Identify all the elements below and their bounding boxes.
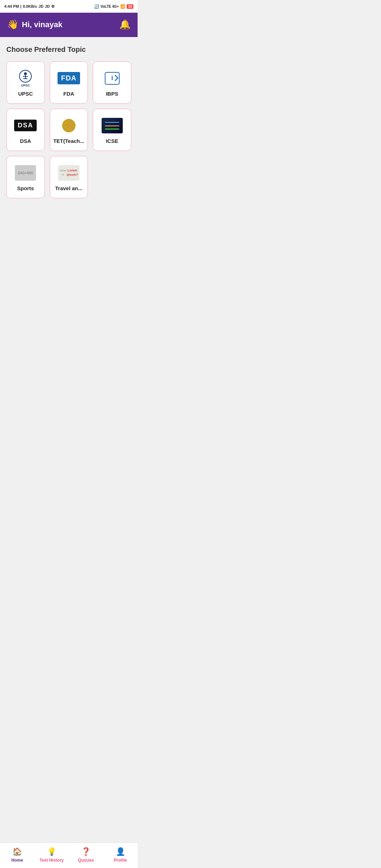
- battery-indicator: 19: [127, 4, 133, 9]
- upsc-logo-img: UPSC: [15, 70, 36, 87]
- svg-text:i: i: [111, 74, 113, 82]
- status-time: 4:44 PM: [4, 4, 19, 8]
- fda-label: FDA: [64, 91, 74, 97]
- travel-label: Travel an...: [55, 185, 83, 191]
- travel-logo-img: What is LoremIpsum?: [58, 164, 79, 182]
- status-data: 0.0KB/s: [23, 4, 37, 8]
- topic-card-tet[interactable]: TET(Teach...: [50, 109, 88, 151]
- topic-card-travel[interactable]: What is LoremIpsum? Travel an...: [50, 156, 88, 198]
- greeting-text: Hi, vinayak: [22, 20, 62, 29]
- topic-card-upsc[interactable]: UPSC UPSC: [6, 61, 45, 104]
- wave-emoji: 👋: [7, 19, 18, 30]
- topic-card-icse[interactable]: ▬▬▬▬▬ ▬▬▬▬▬ ▬▬▬▬▬ ICSE: [93, 109, 131, 151]
- topic-card-dsa[interactable]: DSA DSA: [6, 109, 45, 151]
- status-bar: 4:44 PM | 0.0KB/s JD JD ⚙ 🔄 VoLTE 4G+ 📶 …: [0, 0, 138, 13]
- sports-placeholder-icon: 640×480: [15, 165, 36, 181]
- status-right: 🔄 VoLTE 4G+ 📶 19: [94, 4, 133, 9]
- header-greeting: 👋 Hi, vinayak: [7, 19, 62, 30]
- notification-bell-icon[interactable]: 🔔: [119, 19, 131, 30]
- icse-logo-icon: ▬▬▬▬▬ ▬▬▬▬▬ ▬▬▬▬▬: [102, 118, 123, 133]
- header: 👋 Hi, vinayak 🔔: [0, 13, 138, 37]
- fda-logo-icon: FDA: [58, 72, 80, 84]
- topic-card-sports[interactable]: 640×480 Sports: [6, 156, 45, 198]
- ibps-label: IBPS: [106, 91, 118, 97]
- icse-logo-img: ▬▬▬▬▬ ▬▬▬▬▬ ▬▬▬▬▬: [102, 117, 123, 134]
- status-carrier1: JD: [38, 4, 43, 8]
- empty-slot: [93, 156, 131, 198]
- sports-logo-img: 640×480: [15, 164, 36, 182]
- tet-label: TET(Teach...: [53, 138, 84, 144]
- signal-bars-icon: 📶: [120, 4, 125, 9]
- sports-label: Sports: [17, 185, 34, 191]
- main-content: Choose Preferred Topic UPSC UPSC: [0, 37, 138, 253]
- dsa-logo-img: DSA: [15, 117, 36, 134]
- tet-emblem-icon: [61, 118, 77, 133]
- upsc-emblem-icon: [19, 70, 32, 83]
- dsa-logo-icon: DSA: [14, 120, 37, 131]
- topic-grid-row3: 640×480 Sports What is LoremIpsum? Trave…: [6, 156, 131, 198]
- dsa-label: DSA: [20, 138, 31, 144]
- topic-grid-row1: UPSC UPSC FDA FDA i IBPS: [6, 61, 131, 104]
- section-title: Choose Preferred Topic: [6, 46, 131, 54]
- ibps-logo-img: i: [102, 70, 123, 87]
- upsc-label: UPSC: [18, 91, 33, 97]
- signal-4g-icon: VoLTE 4G+: [101, 5, 119, 8]
- status-left: 4:44 PM | 0.0KB/s JD JD ⚙: [4, 4, 55, 9]
- sync-icon: 🔄: [94, 4, 99, 9]
- ibps-emblem-icon: i: [104, 72, 120, 85]
- settings-icon: ⚙: [51, 4, 55, 9]
- svg-point-1: [24, 72, 27, 75]
- topic-card-fda[interactable]: FDA FDA: [50, 61, 88, 104]
- tet-logo-img: [58, 117, 79, 134]
- icse-label: ICSE: [106, 138, 118, 144]
- topic-card-ibps[interactable]: i IBPS: [93, 61, 131, 104]
- fda-logo-img: FDA: [58, 70, 79, 87]
- travel-placeholder-icon: What is LoremIpsum?: [58, 165, 79, 181]
- status-carrier2: JD: [45, 4, 50, 8]
- topic-grid-row2: DSA DSA TET(Teach... ▬▬▬▬▬: [6, 109, 131, 151]
